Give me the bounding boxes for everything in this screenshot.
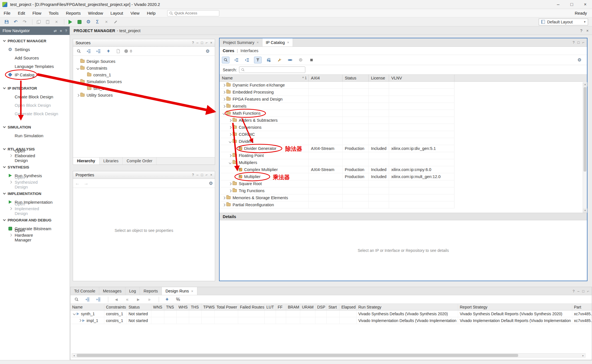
- design-runs-column-header[interactable]: Report Strategy: [458, 304, 572, 310]
- quick-access-search[interactable]: [167, 10, 219, 16]
- maximize-icon[interactable]: □: [201, 173, 203, 177]
- scrollbar-thumb[interactable]: [584, 87, 586, 172]
- ip-catalog-row[interactable]: Multipliers: [220, 159, 454, 166]
- ip-catalog-row[interactable]: Divider Generator AXI4-Stream Production…: [220, 145, 454, 152]
- edit-pencil-icon[interactable]: [112, 19, 119, 25]
- scroll-up-icon[interactable]: ▴: [583, 82, 587, 86]
- ip-catalog-row[interactable]: Multiplier Production Included xilinx.co…: [220, 173, 454, 180]
- ip-catalog-row[interactable]: Adders & Subtracters: [220, 117, 454, 124]
- ip-catalog-row[interactable]: Dividers: [220, 138, 454, 145]
- minimize-icon[interactable]: –: [196, 41, 198, 45]
- design-runs-column-header[interactable]: Status: [127, 304, 151, 310]
- subtab-interfaces[interactable]: Interfaces: [240, 48, 259, 53]
- float-icon[interactable]: ⌐: [587, 289, 589, 293]
- program-device-icon[interactable]: [76, 19, 83, 25]
- bottom-tab[interactable]: Messages ×: [99, 287, 125, 295]
- design-run-row[interactable]: synth_1 constrs_1 Not started Vivado Syn…: [70, 310, 592, 317]
- layout-selector[interactable]: Default Layout ▾: [539, 19, 588, 25]
- gear-icon[interactable]: ⚙: [209, 181, 213, 186]
- scroll-right-icon[interactable]: ▸: [581, 354, 585, 357]
- sources-tab[interactable]: Compile Order: [123, 157, 156, 165]
- expand-all-icon[interactable]: [243, 57, 251, 63]
- tree-arrow-icon[interactable]: [228, 188, 233, 193]
- save-icon[interactable]: [3, 19, 10, 25]
- design-runs-column-header[interactable]: DSP: [315, 304, 327, 310]
- link-icon[interactable]: [286, 57, 294, 63]
- help-icon[interactable]: ?: [192, 173, 194, 177]
- design-runs-column-header[interactable]: Part: [572, 304, 592, 310]
- design-runs-column-header[interactable]: LUT: [265, 304, 276, 310]
- tree-arrow-icon[interactable]: [222, 111, 226, 116]
- abort-icon[interactable]: ×: [103, 19, 110, 25]
- group-by-icon[interactable]: [254, 57, 262, 63]
- bottom-tab[interactable]: Tcl Console ×: [70, 287, 99, 295]
- flow-nav-row[interactable]: Open Block Design: [0, 101, 70, 109]
- ip-catalog-row[interactable]: Square Root: [220, 180, 454, 187]
- search-icon[interactable]: [73, 296, 80, 303]
- tree-arrow-icon[interactable]: [76, 93, 80, 97]
- flow-nav-row[interactable]: Settings: [0, 45, 70, 54]
- tree-arrow-icon[interactable]: [76, 66, 80, 70]
- tree-arrow-icon[interactable]: [78, 318, 82, 323]
- close-icon[interactable]: ×: [586, 28, 589, 33]
- paste-icon[interactable]: [44, 19, 51, 25]
- design-runs-column-header[interactable]: TPWS: [202, 304, 215, 310]
- design-runs-column-header[interactable]: WHS: [177, 304, 189, 310]
- flow-nav-row[interactable]: Open Elaborated Design: [0, 153, 7, 158]
- design-runs-column-header[interactable]: BRAM: [286, 304, 300, 310]
- ip-catalog-row[interactable]: Partial Reconfiguration: [220, 201, 454, 208]
- sources-tree-row[interactable]: Utility Sources: [73, 92, 215, 99]
- close-icon[interactable]: ×: [210, 41, 212, 45]
- nav-back-icon[interactable]: ←: [75, 181, 80, 186]
- design-runs-column-header[interactable]: Failed Routes: [238, 304, 265, 310]
- tree-arrow-icon[interactable]: [222, 203, 226, 207]
- tree-arrow-icon[interactable]: [83, 73, 87, 77]
- scrollbar-thumb[interactable]: [77, 354, 518, 357]
- flow-nav-row[interactable]: SIMULATION: [0, 123, 70, 131]
- menu-icon[interactable]: ≡: [60, 29, 62, 33]
- menu-item[interactable]: View: [127, 11, 143, 15]
- vertical-scrollbar[interactable]: ▴ ▾: [583, 82, 587, 213]
- float-icon[interactable]: ⌐: [582, 41, 584, 45]
- tree-arrow-icon[interactable]: [228, 160, 233, 165]
- target-icon[interactable]: [297, 57, 304, 63]
- settings-gear-icon[interactable]: ⚙: [85, 19, 92, 25]
- collapse-all-icon[interactable]: [233, 57, 240, 63]
- help-icon[interactable]: ?: [192, 41, 194, 45]
- ip-catalog-row[interactable]: FPGA Features and Design: [220, 96, 454, 103]
- menu-item[interactable]: File: [0, 11, 14, 15]
- expand-all-icon[interactable]: [95, 48, 102, 55]
- ip-catalog-row[interactable]: Kernels: [220, 103, 454, 110]
- flow-nav-row[interactable]: Generate Block Design: [0, 109, 70, 118]
- ip-catalog-row[interactable]: Math Functions: [220, 110, 454, 117]
- collapse-all-icon[interactable]: [85, 48, 92, 55]
- flow-nav-row[interactable]: Run Simulation: [0, 131, 70, 140]
- column-header-axi4[interactable]: AXI4: [309, 75, 343, 81]
- window-maximize-button[interactable]: □: [565, 0, 578, 9]
- reports-sigma-icon[interactable]: Σ: [94, 19, 101, 25]
- undo-icon[interactable]: ↶: [12, 19, 19, 25]
- flow-nav-row[interactable]: SYNTHESIS: [0, 163, 70, 171]
- menu-item[interactable]: Help: [143, 11, 159, 15]
- ip-catalog-row[interactable]: Embedded Processing: [220, 89, 454, 96]
- add-repository-icon[interactable]: [265, 57, 272, 63]
- tree-arrow-icon[interactable]: [222, 196, 226, 200]
- column-header-license[interactable]: License: [369, 75, 389, 81]
- flow-nav-row[interactable]: Create Block Design: [0, 92, 70, 101]
- maximize-icon[interactable]: □: [582, 289, 584, 293]
- ip-catalog-row[interactable]: CORDIC: [220, 131, 454, 138]
- percent-icon[interactable]: %: [174, 296, 182, 303]
- wrench-icon[interactable]: [275, 57, 283, 63]
- tab-project-summary[interactable]: Project Summary ×: [220, 38, 262, 46]
- file-icon[interactable]: [114, 48, 122, 55]
- tree-arrow-icon[interactable]: [222, 90, 226, 94]
- flow-nav-row[interactable]: Generate Bitstream: [0, 224, 70, 233]
- step-forward-icon[interactable]: »: [145, 296, 153, 303]
- tree-arrow-icon[interactable]: [228, 139, 233, 144]
- close-icon[interactable]: ×: [257, 40, 259, 45]
- design-runs-column-header[interactable]: FF: [276, 304, 286, 310]
- nav-forward-icon[interactable]: →: [84, 181, 89, 186]
- help-icon[interactable]: ?: [65, 29, 67, 33]
- design-runs-column-header[interactable]: WNS: [151, 304, 164, 310]
- tree-arrow-icon[interactable]: [222, 83, 226, 87]
